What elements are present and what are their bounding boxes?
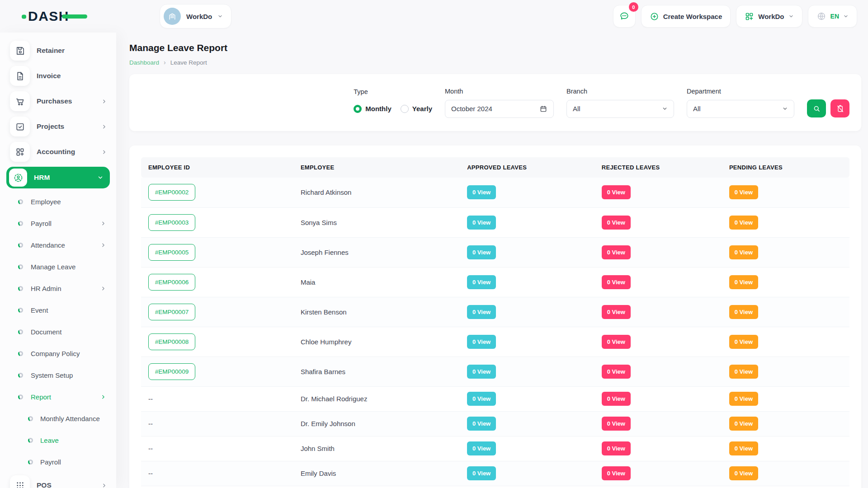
pending-leaves-badge[interactable]: 0 View [729,305,758,319]
employee-id-button[interactable]: #EMP00002 [148,184,195,201]
sidebar-item-document[interactable]: Document [0,321,116,343]
rejected-leaves-badge[interactable]: 0 View [602,275,631,289]
pending-leaves-badge[interactable]: 0 View [729,466,758,480]
pending-leaves-badge[interactable]: 0 View [729,275,758,289]
type-radio-group: MonthlyYearly [354,100,432,117]
table-row: #EMP00008Chloe Humphrey0 View0 View0 Vie… [141,327,849,357]
leave-table-body: #EMP00002Richard Atkinson0 View0 View0 V… [141,178,849,488]
approved-leaves-badge[interactable]: 0 View [467,185,496,199]
radio-icon [354,105,362,113]
reset-button[interactable] [830,99,849,117]
create-workspace-button[interactable]: Create Workspace [641,5,731,28]
month-input[interactable]: October 2024 [445,100,554,118]
sidebar-item-pos[interactable]: POS [0,473,116,488]
messages-button[interactable]: 0 [613,5,636,28]
workspace-switcher[interactable]: WorkDo [160,4,231,28]
filter-actions [807,99,849,117]
pending-leaves-badge[interactable]: 0 View [729,441,758,455]
approved-leaves-badge[interactable]: 0 View [467,216,496,230]
approved-leaves-badge[interactable]: 0 View [467,245,496,259]
employee-name: Richard Atkinson [301,188,352,196]
employee-name: John Smith [301,445,335,452]
sidebar-item-accounting[interactable]: Accounting [0,139,116,164]
sidebar-item-hrm[interactable]: HRM [6,167,110,188]
rejected-leaves-badge[interactable]: 0 View [602,245,631,259]
rejected-leaves-badge[interactable]: 0 View [602,466,631,480]
chevron-down-icon [217,14,223,19]
branch-value: All [573,105,580,113]
pending-leaves-badge[interactable]: 0 View [729,216,758,230]
rejected-leaves-badge[interactable]: 0 View [602,335,631,349]
workdo-menu-label: WorkDo [758,13,784,20]
pending-leaves-badge[interactable]: 0 View [729,392,758,406]
rejected-leaves-badge[interactable]: 0 View [602,365,631,379]
search-button[interactable] [807,99,826,117]
pending-leaves-badge[interactable]: 0 View [729,335,758,349]
sidebar-nav: RetainerInvoicePurchasesProjectsAccounti… [0,33,116,488]
approved-leaves-badge[interactable]: 0 View [467,305,496,319]
sidebar-item-purchases[interactable]: Purchases [0,89,116,114]
bullet-icon [18,221,23,226]
approved-leaves-badge[interactable]: 0 View [467,365,496,379]
employee-id-button[interactable]: #EMP00007 [148,304,195,320]
rejected-leaves-badge[interactable]: 0 View [602,392,631,406]
sidebar-item-payroll[interactable]: Payroll [0,212,116,234]
sidebar-item-invoice[interactable]: Invoice [0,63,116,89]
approved-leaves-badge[interactable]: 0 View [467,275,496,289]
calendar-icon [539,105,547,113]
employee-id-button[interactable]: #EMP00005 [148,244,195,261]
branch-select[interactable]: All [566,100,674,118]
sidebar-item-attendance[interactable]: Attendance [0,234,116,256]
approved-leaves-badge[interactable]: 0 View [467,392,496,406]
department-value: All [693,105,701,113]
language-button[interactable]: EN [808,5,857,28]
pending-leaves-badge[interactable]: 0 View [729,365,758,379]
sidebar-item-label: System Setup [31,371,73,379]
rejected-leaves-badge[interactable]: 0 View [602,185,631,199]
projects-icon [10,117,30,136]
chevron-right-icon [100,242,106,248]
employee-id-button[interactable]: #EMP00003 [148,214,195,231]
employee-id-button[interactable]: #EMP00009 [148,363,195,380]
type-radio-monthly[interactable]: Monthly [354,105,392,113]
sidebar-item-event[interactable]: Event [0,299,116,321]
pending-leaves-badge[interactable]: 0 View [729,417,758,431]
brand-logo[interactable]: DASH [28,9,116,24]
bullet-icon [18,243,23,248]
department-select[interactable]: All [687,100,794,118]
workdo-menu-button[interactable]: WorkDo [736,5,802,28]
sidebar-item-employee[interactable]: Employee [0,191,116,212]
approved-leaves-badge[interactable]: 0 View [467,417,496,431]
approved-leaves-badge[interactable]: 0 View [467,335,496,349]
month-filter-group: Month October 2024 [445,88,554,118]
sidebar-item-projects[interactable]: Projects [0,114,116,139]
approved-leaves-badge[interactable]: 0 View [467,441,496,455]
employee-name: Kirsten Benson [301,308,347,316]
branch-filter-group: Branch All [566,88,674,118]
employee-name: Shafira Barnes [301,368,345,375]
sidebar-item-retainer[interactable]: Retainer [0,38,116,63]
rejected-leaves-badge[interactable]: 0 View [602,417,631,431]
accounting-icon [10,142,30,162]
sidebar-item-hr-admin[interactable]: HR Admin [0,277,116,299]
sidebar-item-leave[interactable]: Leave [0,429,116,451]
employee-id-button[interactable]: #EMP00008 [148,333,195,350]
sidebar-item-payroll[interactable]: Payroll [0,451,116,473]
breadcrumb-dashboard-link[interactable]: Dashboard [129,59,159,66]
sidebar-item-label: Company Policy [31,350,80,357]
rejected-leaves-badge[interactable]: 0 View [602,441,631,455]
approved-leaves-badge[interactable]: 0 View [467,466,496,480]
type-radio-yearly[interactable]: Yearly [401,105,432,113]
column-pending-leaves: PENDING LEAVES [722,157,849,178]
rejected-leaves-badge[interactable]: 0 View [602,216,631,230]
pending-leaves-badge[interactable]: 0 View [729,245,758,259]
employee-id-button[interactable]: #EMP00006 [148,274,195,291]
sidebar-item-monthly-attendance[interactable]: Monthly Attendance [0,408,116,429]
sidebar-item-report[interactable]: Report [0,386,116,408]
rejected-leaves-badge[interactable]: 0 View [602,305,631,319]
pending-leaves-badge[interactable]: 0 View [729,185,758,199]
sidebar-item-system-setup[interactable]: System Setup [0,364,116,386]
sidebar-item-manage-leave[interactable]: Manage Leave [0,256,116,277]
sidebar-item-company-policy[interactable]: Company Policy [0,343,116,364]
plus-circle-icon [650,12,659,21]
